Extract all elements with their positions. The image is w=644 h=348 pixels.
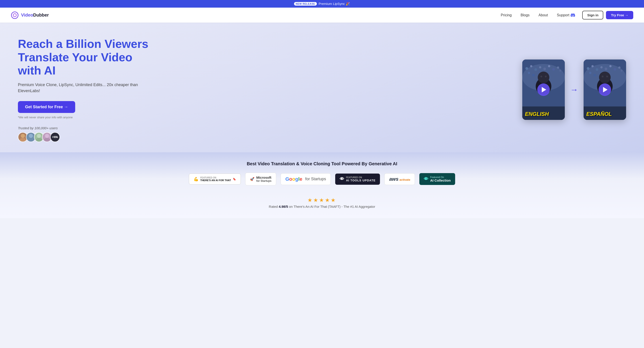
svg-point-43 bbox=[602, 76, 604, 77]
svg-point-12 bbox=[526, 67, 528, 70]
google-logo: Google bbox=[285, 176, 302, 182]
hero-title-line1: Reach a Billion Viewers bbox=[18, 37, 148, 50]
partner-ai-collection-text: Featured On AI Collection bbox=[430, 176, 451, 182]
svg-point-1 bbox=[13, 14, 16, 17]
svg-point-20 bbox=[560, 70, 561, 71]
nav-blogs[interactable]: Blogs bbox=[521, 13, 530, 17]
svg-point-18 bbox=[552, 68, 555, 71]
bookmark-icon: 🔖 bbox=[233, 178, 236, 181]
featured-section: Best Video Translation & Voice Cloning T… bbox=[0, 152, 644, 218]
svg-point-44 bbox=[606, 76, 608, 77]
navbar: VideoDubber Pricing Blogs About Support … bbox=[0, 7, 644, 22]
svg-point-34 bbox=[604, 67, 607, 70]
ai-tools-eye-icon: 👁 bbox=[340, 176, 344, 182]
svg-point-30 bbox=[587, 67, 590, 70]
svg-point-36 bbox=[614, 68, 616, 71]
partner-google: Google for Startups bbox=[280, 173, 331, 185]
hero-section: Reach a Billion Viewers Translate Your V… bbox=[0, 22, 644, 152]
svg-point-2 bbox=[21, 134, 25, 138]
trust-label: Trusted by 100,000+ users bbox=[18, 126, 152, 130]
rating-text: Rated 4.98/5 on There's An AI For That (… bbox=[14, 205, 630, 208]
play-button-espanol[interactable] bbox=[598, 83, 611, 96]
get-started-button[interactable]: Get Started for Free → bbox=[18, 101, 75, 113]
hero-title: Reach a Billion Viewers Translate Your V… bbox=[18, 37, 152, 77]
rating-section: ★★★★★ Rated 4.98/5 on There's An AI For … bbox=[14, 193, 630, 214]
svg-point-39 bbox=[589, 72, 592, 74]
svg-point-38 bbox=[621, 70, 622, 71]
arm-icon: 💪 bbox=[194, 177, 198, 182]
svg-point-19 bbox=[557, 66, 559, 69]
partner-logos: 💪 FEATURED ON THERE'S AN AI FOR THAT 🔖 🚀… bbox=[14, 173, 630, 185]
hero-title-line2: Translate Your Video with AI bbox=[18, 51, 132, 77]
svg-point-15 bbox=[539, 66, 541, 68]
svg-point-40 bbox=[594, 74, 596, 76]
svg-point-4 bbox=[29, 134, 33, 138]
svg-point-3 bbox=[20, 138, 26, 142]
svg-point-16 bbox=[543, 67, 546, 70]
partner-ai-tools: 👁 FEATURED ON AI TOOLS UPDATE bbox=[335, 174, 380, 185]
video-arrow: → bbox=[570, 85, 578, 94]
nav-pricing[interactable]: Pricing bbox=[501, 13, 512, 17]
logo[interactable]: VideoDubber bbox=[11, 11, 49, 19]
svg-point-33 bbox=[600, 66, 602, 68]
announcement-bar: NEW RELEASE Premium LipSync 🎉 bbox=[0, 0, 644, 7]
partner-microsoft-text: Microsoft for Startups bbox=[256, 176, 272, 183]
svg-point-13 bbox=[530, 65, 532, 67]
partner-there-ai-text: FEATURED ON THERE'S AN AI FOR THAT bbox=[200, 176, 231, 182]
hero-subtitle: Premium Voice Clone, LipSync, Unlimited … bbox=[18, 82, 152, 94]
discord-icon bbox=[570, 13, 575, 17]
svg-point-8 bbox=[45, 134, 49, 138]
svg-point-17 bbox=[548, 65, 550, 67]
aws-logo-text: aws bbox=[389, 176, 398, 182]
svg-point-35 bbox=[609, 65, 612, 67]
signin-button[interactable]: Sign in bbox=[582, 11, 603, 19]
hero-videos: ENGLISH → bbox=[522, 59, 626, 120]
nav-support-label: Support bbox=[557, 13, 569, 17]
play-button-english[interactable] bbox=[537, 83, 550, 96]
svg-point-24 bbox=[538, 71, 549, 83]
nav-support[interactable]: Support bbox=[557, 13, 575, 17]
nav-actions: Sign in Try Free → bbox=[582, 11, 633, 19]
nav-about[interactable]: About bbox=[538, 13, 548, 17]
announcement-text: Premium LipSync 🎉 bbox=[319, 2, 350, 6]
avatar-count: +99k bbox=[50, 132, 60, 142]
rating-suffix: on There's An AI For That (TAAFT) - The … bbox=[288, 205, 375, 208]
svg-point-42 bbox=[599, 71, 611, 83]
svg-point-37 bbox=[618, 66, 620, 69]
video-label-english: ENGLISH bbox=[525, 111, 549, 117]
svg-point-25 bbox=[540, 76, 542, 77]
partner-ai-collection: 👁 Featured On AI Collection bbox=[419, 173, 455, 185]
svg-point-21 bbox=[528, 72, 530, 74]
try-free-button[interactable]: Try Free → bbox=[606, 11, 633, 19]
ai-collection-eye-icon: 👁 bbox=[424, 176, 428, 182]
svg-point-0 bbox=[12, 12, 18, 18]
video-card-espanol[interactable]: ESPAÑOL bbox=[584, 59, 626, 120]
avatars: +99k bbox=[18, 132, 152, 142]
svg-point-31 bbox=[592, 65, 594, 67]
rating-score: 4.98/5 bbox=[279, 205, 288, 208]
svg-point-32 bbox=[596, 68, 598, 71]
partner-microsoft: 🚀 Microsoft for Startups bbox=[245, 173, 276, 185]
svg-point-9 bbox=[44, 138, 50, 142]
video-label-espanol: ESPAÑOL bbox=[586, 111, 612, 117]
partner-aws: aws activate bbox=[384, 173, 415, 185]
svg-point-7 bbox=[36, 138, 42, 142]
svg-point-6 bbox=[37, 134, 41, 138]
svg-point-22 bbox=[532, 74, 535, 76]
partner-ai-tools-text: FEATURED ON AI TOOLS UPDATE bbox=[346, 176, 376, 182]
nav-links: Pricing Blogs About Support bbox=[501, 13, 575, 17]
rating-stars: ★★★★★ bbox=[14, 197, 630, 203]
rating-prefix: Rated bbox=[269, 205, 278, 208]
svg-point-26 bbox=[545, 76, 547, 77]
microsoft-rocket-icon: 🚀 bbox=[250, 177, 254, 181]
featured-title: Best Video Translation & Voice Cloning T… bbox=[14, 161, 630, 166]
partner-there-ai: 💪 FEATURED ON THERE'S AN AI FOR THAT 🔖 bbox=[189, 174, 241, 185]
logo-text: VideoDubber bbox=[21, 12, 49, 18]
privacy-note: *We will never share your info with anyo… bbox=[18, 116, 152, 119]
google-for-startups-text: for Startups bbox=[304, 177, 326, 181]
trust-section: Trusted by 100,000+ users +99k bbox=[18, 126, 152, 142]
new-release-badge: NEW RELEASE bbox=[294, 2, 317, 5]
logo-icon bbox=[11, 11, 19, 19]
video-card-english[interactable]: ENGLISH bbox=[522, 59, 565, 120]
svg-point-5 bbox=[28, 138, 34, 142]
